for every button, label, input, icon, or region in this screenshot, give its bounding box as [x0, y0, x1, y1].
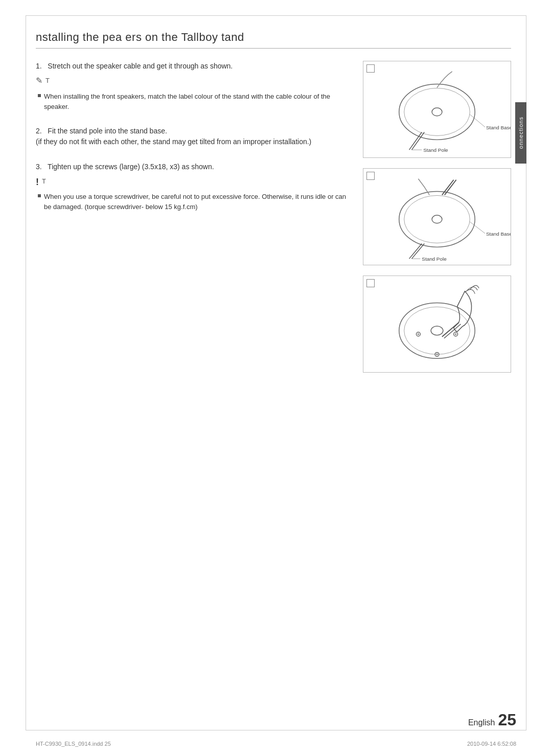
caution-block: ! T	[36, 177, 348, 187]
page-border-left	[26, 15, 26, 730]
footer-right: 2010-09-14 6:52:08	[467, 741, 516, 747]
page-title: nstalling the pea ers on the Tallboy tan…	[36, 31, 511, 49]
step-1-number: 1.	[36, 62, 42, 70]
step-3: 3. Tighten up the screws (large) (3.5x18…	[36, 162, 348, 212]
right-column: Stand Base Stand Pole	[363, 61, 511, 373]
diagram-1-svg: Stand Base Stand Pole	[363, 61, 511, 157]
svg-point-16	[399, 303, 475, 358]
step-2-text: Fit the stand pole into the stand base. …	[36, 127, 311, 146]
step-3-bullet-text: When you use a torque screwdriver, be ca…	[44, 192, 348, 212]
diagram-1-label-base: Stand Base	[486, 125, 511, 130]
svg-line-28	[442, 323, 459, 337]
step-1-title: 1. Stretch out the speaker cable and get…	[36, 61, 348, 72]
note-icon-1: ✎	[36, 76, 42, 85]
diagram-1-label-pole: Stand Pole	[423, 147, 448, 153]
diagram-2-label-base: Stand Base	[486, 231, 511, 237]
note-block-1: ✎ T	[36, 77, 348, 85]
svg-point-2	[432, 108, 442, 116]
step-3-title: 3. Tighten up the screws (large) (3.5x18…	[36, 162, 348, 172]
step-3-text: Tighten up the screws (large) (3.5x18, x…	[48, 163, 214, 171]
content-layout: 1. Stretch out the speaker cable and get…	[36, 61, 511, 373]
caution-icon: !	[36, 177, 39, 187]
footer-left: HT-C9930_ELS_0914.indd 25	[36, 741, 111, 747]
svg-point-1	[404, 88, 470, 135]
svg-point-9	[432, 215, 442, 223]
step-1-bullet: When installing the front speakers, matc…	[36, 91, 348, 111]
diagram-2-label-pole: Stand Pole	[422, 256, 447, 262]
diagram-3	[363, 276, 511, 373]
step-2-number: 2.	[36, 127, 42, 135]
diagram-1-corner	[366, 64, 375, 73]
diagram-2-svg: Stand Base Stand Pole	[363, 169, 511, 265]
diagram-1: Stand Base Stand Pole	[363, 61, 511, 158]
step-1: 1. Stretch out the speaker cable and get…	[36, 61, 348, 111]
left-column: 1. Stretch out the speaker cable and get…	[36, 61, 348, 373]
svg-line-12	[470, 222, 485, 234]
diagram-2: Stand Base Stand Pole	[363, 168, 511, 265]
caution-label: T	[42, 177, 46, 185]
diagram-3-svg	[363, 276, 511, 372]
bullet-square-1	[38, 94, 41, 97]
step-2: 2. Fit the stand pole into the stand bas…	[36, 126, 348, 147]
step-1-bullet-text: When installing the front speakers, matc…	[44, 91, 348, 111]
svg-point-0	[399, 84, 475, 140]
page-border-bottom	[26, 730, 526, 730]
step-3-number: 3.	[36, 163, 42, 171]
page-number-block: English 25	[468, 712, 516, 728]
step-3-bullet: When you use a torque screwdriver, be ca…	[36, 192, 348, 212]
svg-point-8	[404, 195, 470, 243]
svg-point-7	[399, 192, 475, 247]
page-number-num: 25	[498, 712, 516, 728]
bullet-square-3	[38, 194, 41, 197]
svg-point-18	[431, 326, 443, 335]
main-content: nstalling the pea ers on the Tallboy tan…	[36, 31, 511, 715]
sidebar-tab-text: onnections	[518, 117, 524, 149]
note-label-1: T	[45, 77, 50, 84]
svg-line-5	[470, 114, 485, 127]
sidebar-tab: onnections	[515, 102, 526, 164]
svg-line-14	[409, 243, 422, 259]
svg-line-4	[412, 132, 425, 150]
svg-point-17	[404, 307, 470, 354]
footer: HT-C9930_ELS_0914.indd 25 2010-09-14 6:5…	[36, 741, 516, 747]
diagram-3-corner	[366, 279, 375, 287]
step-2-title: 2. Fit the stand pole into the stand bas…	[36, 126, 348, 147]
svg-line-11	[445, 180, 456, 195]
page-border-top	[26, 15, 526, 16]
step-1-text: Stretch out the speaker cable and get it…	[48, 62, 233, 70]
diagram-2-corner	[366, 172, 375, 180]
page-number-label: English	[468, 718, 495, 727]
